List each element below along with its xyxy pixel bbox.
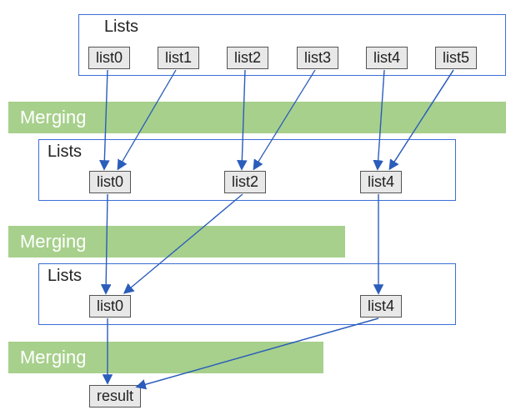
node-l1-list4: list4 (360, 171, 402, 193)
node-l1-list0: list0 (89, 171, 131, 193)
node-l0-list1: list1 (158, 47, 199, 69)
lists-title-1: Lists (48, 142, 82, 161)
node-l2-list0: list0 (89, 295, 131, 318)
node-l2-list4: list4 (360, 295, 402, 318)
merging-bar-2: Merging (8, 226, 345, 258)
node-l0-list0: list0 (88, 47, 130, 69)
merging-bar-1: Merging (8, 102, 506, 133)
node-l0-list2: list2 (227, 47, 268, 69)
node-result: result (89, 385, 141, 408)
node-l0-list4: list4 (366, 47, 408, 69)
diagram-canvas: Lists list0 list1 list2 list3 list4 list… (0, 0, 531, 420)
node-l1-list2: list2 (224, 171, 266, 193)
node-l0-list5: list5 (435, 47, 477, 69)
node-l0-list3: list3 (297, 47, 338, 69)
merging-bar-3: Merging (8, 342, 323, 373)
lists-title-0: Lists (104, 17, 138, 36)
lists-title-2: Lists (48, 266, 82, 285)
